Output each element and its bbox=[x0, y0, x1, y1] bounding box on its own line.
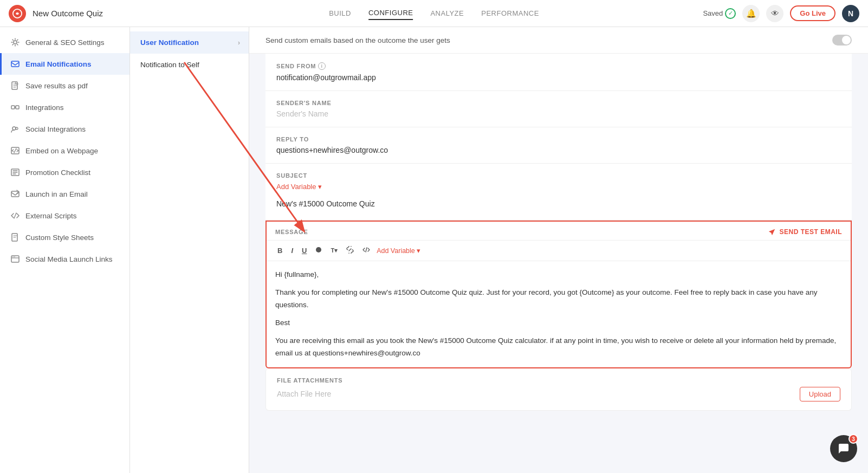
tab-analyze[interactable]: ANALYZE bbox=[430, 7, 464, 20]
svg-point-13 bbox=[12, 256, 14, 257]
settings-icon bbox=[10, 37, 20, 47]
text-size-button[interactable]: T▾ bbox=[328, 246, 340, 255]
sidebar-item-label-general-seo: General & SEO Settings bbox=[25, 38, 105, 47]
sidebar-item-label-email: Email Notifications bbox=[25, 60, 92, 68]
file-attachments-section: FILE ATTACHMENTS Attach File Here Upload bbox=[265, 368, 852, 411]
tab-performance[interactable]: PERFORMANCE bbox=[481, 7, 539, 20]
svg-rect-12 bbox=[11, 256, 19, 262]
notification-bell-icon[interactable]: 🔔 bbox=[742, 5, 760, 22]
svg-point-1 bbox=[14, 41, 17, 44]
sidebar-item-label-social-media: Social Media Launch Links bbox=[25, 255, 113, 263]
sidebar-item-label-external-scripts: External Scripts bbox=[25, 212, 77, 220]
sidebar-item-integrations[interactable]: Integrations bbox=[0, 96, 129, 118]
message-body[interactable]: Hi {fullname}, Thank you for completing … bbox=[267, 261, 851, 367]
svg-point-7 bbox=[16, 127, 18, 129]
chat-icon bbox=[837, 442, 850, 455]
file-attach-row: Attach File Here Upload bbox=[277, 387, 840, 401]
middle-item-label-self: Notification to Self bbox=[140, 61, 199, 69]
subject-value[interactable]: New's #15000 Outcome Quiz bbox=[276, 196, 841, 211]
sidebar-item-label-social-integrations: Social Integrations bbox=[25, 125, 86, 133]
message-box: MESSAGE SEND TEST EMAIL B I U T▾ bbox=[265, 221, 852, 368]
pdf-icon bbox=[10, 81, 20, 90]
svg-rect-4 bbox=[11, 106, 15, 109]
sidebar-item-email-notifications[interactable]: Email Notifications bbox=[0, 53, 129, 75]
stylesheet-icon bbox=[10, 232, 20, 242]
italic-button[interactable]: I bbox=[289, 245, 295, 256]
sidebar-item-custom-style[interactable]: Custom Style Sheets bbox=[0, 226, 129, 248]
sidebar-item-social-media[interactable]: Social Media Launch Links bbox=[0, 248, 129, 270]
tab-configure[interactable]: CONFIGURE bbox=[368, 7, 413, 20]
sidebar-item-social-integrations[interactable]: Social Integrations bbox=[0, 118, 129, 140]
sidebar-item-label-launch-email: Launch in an Email bbox=[25, 190, 88, 198]
svg-rect-2 bbox=[11, 61, 19, 67]
chevron-down-icon: ▾ bbox=[318, 183, 322, 191]
sidebar-item-embed-webpage[interactable]: Embed on a Webpage bbox=[0, 140, 129, 161]
launch-email-icon bbox=[10, 189, 20, 199]
senders-name-section: SENDER'S NAME Sender's Name bbox=[265, 91, 852, 127]
go-live-button[interactable]: Go Live bbox=[790, 5, 835, 21]
main-content: Send custom emails based on the outcome … bbox=[249, 27, 868, 473]
chevron-down-small-icon: ▾ bbox=[417, 247, 420, 255]
checklist-icon bbox=[10, 167, 20, 177]
avatar[interactable]: N bbox=[842, 5, 859, 22]
top-toggle-section: Send custom emails based on the outcome … bbox=[249, 27, 868, 54]
chat-bubble-button[interactable]: 3 bbox=[830, 435, 857, 462]
middle-panel: User Notification › Notification to Self bbox=[130, 27, 249, 473]
chevron-right-icon: › bbox=[238, 39, 240, 47]
link-button[interactable] bbox=[344, 245, 356, 256]
message-line-2: Thank you for completing our New's #1500… bbox=[275, 287, 842, 312]
code-button[interactable] bbox=[360, 245, 372, 256]
message-line-1: Hi {fullname}, bbox=[275, 269, 842, 281]
upload-button[interactable]: Upload bbox=[800, 387, 840, 401]
svg-point-14 bbox=[14, 256, 15, 257]
saved-check-icon: ✓ bbox=[725, 8, 736, 19]
bold-button[interactable]: B bbox=[275, 245, 284, 256]
chat-badge: 3 bbox=[848, 434, 858, 444]
nav-tabs: BUILD CONFIGURE ANALYZE PERFORMANCE bbox=[329, 7, 539, 20]
send-from-label: SEND FROM i bbox=[276, 62, 841, 70]
message-header: MESSAGE SEND TEST EMAIL bbox=[267, 222, 851, 241]
sidebar-item-launch-email[interactable]: Launch in an Email bbox=[0, 183, 129, 205]
svg-point-17 bbox=[316, 247, 321, 252]
middle-item-user-notification[interactable]: User Notification › bbox=[130, 31, 249, 54]
main-layout: General & SEO Settings Email Notificatio… bbox=[0, 27, 868, 473]
sidebar-item-label-integrations: Integrations bbox=[25, 103, 64, 112]
left-sidebar: General & SEO Settings Email Notificatio… bbox=[0, 27, 130, 473]
message-label: MESSAGE bbox=[275, 229, 308, 235]
top-nav-right: Saved ✓ 🔔 👁 Go Live N bbox=[703, 5, 859, 22]
subject-label: SUBJECT bbox=[276, 172, 841, 179]
message-line-3: Best bbox=[275, 317, 842, 329]
social-integrations-icon bbox=[10, 124, 20, 134]
app-logo[interactable] bbox=[9, 5, 26, 22]
sidebar-item-label-custom-style: Custom Style Sheets bbox=[25, 234, 94, 242]
send-from-value: notification@outgrowmail.app bbox=[276, 73, 841, 82]
message-line-4: You are receiving this email as you took… bbox=[275, 335, 842, 360]
code-icon bbox=[10, 211, 20, 221]
top-info-text: Send custom emails based on the outcome … bbox=[265, 36, 450, 44]
middle-item-notification-self[interactable]: Notification to Self bbox=[130, 54, 249, 76]
color-button[interactable] bbox=[313, 245, 324, 256]
subject-section: SUBJECT Add Variable ▾ New's #15000 Outc… bbox=[265, 164, 852, 221]
embed-icon bbox=[10, 146, 20, 155]
sidebar-item-save-results[interactable]: Save results as pdf bbox=[0, 75, 129, 96]
add-variable-button[interactable]: Add Variable ▾ bbox=[276, 183, 322, 191]
senders-name-label: SENDER'S NAME bbox=[276, 100, 841, 106]
sidebar-item-general-seo[interactable]: General & SEO Settings bbox=[0, 31, 129, 53]
sidebar-item-label-embed: Embed on a Webpage bbox=[25, 147, 98, 155]
sidebar-item-promotion-checklist[interactable]: Promotion Checklist bbox=[0, 161, 129, 183]
saved-label: Saved bbox=[703, 9, 723, 17]
senders-name-input[interactable]: Sender's Name bbox=[276, 109, 841, 118]
send-from-section: SEND FROM i notification@outgrowmail.app bbox=[265, 54, 852, 91]
preview-eye-icon[interactable]: 👁 bbox=[766, 5, 783, 22]
send-test-email-button[interactable]: SEND TEST EMAIL bbox=[768, 228, 842, 236]
info-icon[interactable]: i bbox=[318, 62, 326, 70]
tab-build[interactable]: BUILD bbox=[329, 7, 351, 20]
sidebar-item-label-save-results: Save results as pdf bbox=[25, 82, 88, 90]
add-variable-inline-button[interactable]: Add Variable ▾ bbox=[377, 247, 420, 255]
svg-point-6 bbox=[12, 127, 16, 130]
app-title: New Outcome Quiz bbox=[33, 9, 103, 18]
underline-button[interactable]: U bbox=[300, 245, 309, 256]
outcome-email-toggle[interactable] bbox=[832, 35, 852, 46]
reply-to-value: questions+newhires@outgrow.co bbox=[276, 146, 841, 154]
sidebar-item-external-scripts[interactable]: External Scripts bbox=[0, 205, 129, 226]
